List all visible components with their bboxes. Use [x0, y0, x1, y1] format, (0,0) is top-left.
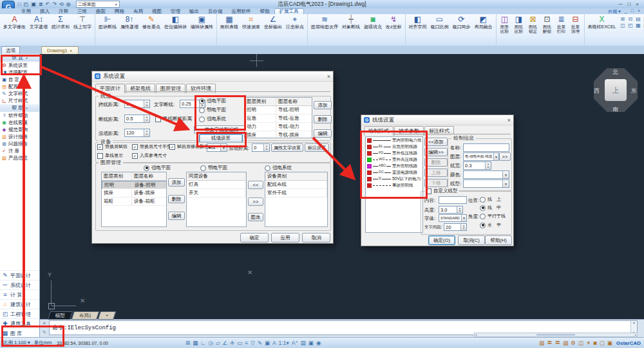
sidebar-module-item[interactable]: ▦图 库: [0, 328, 39, 337]
ribbon-mini-icon[interactable]: ▦: [634, 23, 641, 28]
column-header[interactable]: 设备类别: [265, 172, 327, 180]
ribbon-button[interactable]: Σ统计求和: [50, 15, 71, 30]
scrollbar-thumb[interactable]: [536, 334, 575, 336]
cable-list-button[interactable]: 编辑>>: [424, 148, 448, 156]
lineweight-icon[interactable]: ≡: [245, 340, 248, 346]
ribbon-button[interactable]: ⊡图纸解锁: [540, 15, 554, 35]
menu-tab[interactable]: 网格: [110, 8, 129, 14]
table-row[interactable]: 灯具: [187, 181, 246, 189]
menu-tab[interactable]: 插入: [35, 8, 54, 14]
table-row[interactable]: 插座设备-插座: [102, 189, 166, 197]
table-row[interactable]: 照明设备-照明: [102, 181, 167, 189]
table-row[interactable]: 动力导线-动力: [245, 123, 312, 131]
sidebar-item[interactable]: ▣自 定 义: [0, 76, 39, 83]
sidebar-item[interactable]: ◺尺寸样式: [0, 97, 39, 104]
spinner-arrows[interactable]: ▲▼: [457, 206, 462, 213]
view-cube[interactable]: 上 北 南 西 东: [591, 66, 640, 114]
spinner-arrows[interactable]: ▲▼: [485, 162, 491, 169]
layer-table-button[interactable]: 添加: [168, 178, 185, 187]
ortho-icon[interactable]: ∟: [200, 340, 205, 346]
ribbon-button[interactable]: ≣批量打印: [554, 15, 569, 35]
menu-tab[interactable]: 帮助: [256, 8, 274, 14]
cable-table-button[interactable]: 添加: [314, 101, 332, 109]
dialog-tab[interactable]: 平面设计: [95, 84, 125, 93]
footer-button[interactable]: 取消(C): [458, 235, 485, 245]
ribbon-mini-icon[interactable]: ⊟: [627, 16, 634, 22]
ribbon-button[interactable]: ▭视口比例: [429, 15, 451, 30]
display-icon[interactable]: ▢: [600, 340, 605, 346]
sidebar-item[interactable]: ✎文字样式: [0, 90, 39, 97]
ribbon-button[interactable]: 8↑属性递增: [118, 15, 140, 30]
horizontal-scrollbar[interactable]: ◂ ▸: [474, 333, 638, 337]
table-row[interactable]: 插座导线-插座: [245, 131, 312, 138]
scroll-right-icon[interactable]: ▸: [635, 333, 636, 336]
polar-tracking-icon[interactable]: ◶: [208, 340, 213, 346]
transparency-icon[interactable]: ▽: [251, 340, 255, 346]
ribbon-button[interactable]: ◩布局融合: [473, 15, 495, 30]
linewidth-input[interactable]: 0.3▲▼: [463, 161, 491, 170]
layout-tab[interactable]: +: [98, 311, 117, 320]
panel-tab-options[interactable]: 选项: [1, 46, 20, 54]
table-row[interactable]: 应急导线-应急: [245, 114, 312, 123]
device-wall-input[interactable]: 0▲▼: [252, 143, 270, 152]
gear-icon[interactable]: ⚙: [571, 340, 576, 346]
break-distance-input[interactable]: 0.5▲▼: [124, 114, 150, 123]
radio-option[interactable]: 强电平面: [144, 165, 171, 171]
layer-table-button[interactable]: 删除: [168, 195, 185, 203]
name-input[interactable]: [463, 143, 509, 152]
menu-tab[interactable]: 曲面: [91, 8, 110, 14]
close-command-icon[interactable]: ✕: [43, 321, 46, 326]
ribbon-button[interactable]: ▣编辑块属性: [189, 15, 215, 30]
radio-option[interactable]: 平行于线: [480, 213, 506, 219]
checkbox-option[interactable]: ✓替换后赋值: [97, 143, 128, 150]
ribbon-button[interactable]: ∠坐标输出: [262, 15, 284, 30]
linetype-dropdown[interactable]: ▼: [463, 179, 509, 188]
ribbon-button[interactable]: A↕文字递增: [28, 15, 50, 30]
minimize-button[interactable]: ─: [619, 1, 623, 7]
spinner-arrows[interactable]: ▲▼: [460, 224, 466, 230]
sidebar-module-item[interactable]: ≡计 算: [0, 289, 39, 299]
dynamic-input-icon[interactable]: ▭: [237, 340, 242, 346]
ribbon-mini-icon[interactable]: ◰: [627, 23, 634, 28]
ribbon-button[interactable]: ⊠图纸锁定: [526, 15, 540, 35]
ribbon-mini-icon[interactable]: ◫: [619, 23, 626, 28]
wire-break-checkbox[interactable]: 导线断线距离: [155, 116, 192, 122]
table-row[interactable]: 开关: [187, 189, 246, 197]
doc-restore-button[interactable]: □: [631, 8, 634, 15]
ribbon-button[interactable]: ⊩图块断线: [97, 15, 118, 30]
sidebar-item[interactable]: ▥设计指南: [0, 133, 39, 140]
selection-cycling-icon[interactable]: ▣: [265, 340, 270, 346]
ribbon-button[interactable]: ◙超级填充: [362, 15, 384, 30]
sidebar-module-item[interactable]: ◰工程管理: [0, 309, 39, 318]
spacing-input[interactable]: 20▲▼: [444, 223, 467, 231]
doc-minimize-button[interactable]: _: [625, 8, 627, 15]
ribbon-button[interactable]: ◨图纸比较: [512, 15, 526, 35]
scale-dropdown[interactable]: 比例 1:100 ▾: [3, 340, 30, 346]
scroll-up-icon[interactable]: ▲: [632, 321, 635, 324]
ribbon-button[interactable]: ≋图层绘图次序: [309, 15, 340, 30]
menu-tab[interactable]: 视图: [147, 8, 166, 14]
cable-style-item[interactable]: 室内照明电力线: [366, 137, 422, 143]
cable-style-item[interactable]: ABC室外照明线路: [366, 163, 422, 169]
ribbon-button[interactable]: ◧对齐空间: [407, 15, 429, 30]
custom-linetype-checkbox[interactable]: 自定义线型: [424, 188, 459, 194]
cable-settings-button[interactable]: 线缆设置: [199, 134, 243, 143]
dimension-settings-button[interactable]: 标注设置: [305, 143, 329, 152]
dialog-title-bar[interactable]: G 系统设置 ×: [92, 71, 333, 82]
layout-tab[interactable]: 布局1: [71, 311, 99, 320]
radio-option[interactable]: 强电系统: [199, 116, 226, 122]
view-cube-north[interactable]: 北: [612, 68, 618, 77]
close-button[interactable]: ×: [636, 1, 639, 7]
close-icon[interactable]: ×: [327, 73, 330, 80]
window-icon[interactable]: ▣: [607, 340, 612, 346]
menu-tab[interactable]: 管理: [166, 8, 185, 14]
radio-option[interactable]: 弱电平面: [200, 165, 227, 171]
appearance-dropdown[interactable]: 外观 ▾: [608, 8, 620, 15]
sidebar-item[interactable]: ▧产品信息: [0, 154, 39, 161]
font-dropdown[interactable]: STANDARD▼: [439, 214, 467, 222]
doc-close-button[interactable]: ×: [638, 8, 640, 15]
column-header[interactable]: 图层类别: [245, 98, 276, 105]
sidebar-module-item[interactable]: ✎平面设计: [0, 270, 39, 280]
cable-style-list[interactable]: 室内照明电力线EL应急照明线路FD室外低压线路WG室外高压线路ABC室外照明线路…: [365, 136, 423, 233]
footer-button[interactable]: 应用: [271, 233, 299, 243]
